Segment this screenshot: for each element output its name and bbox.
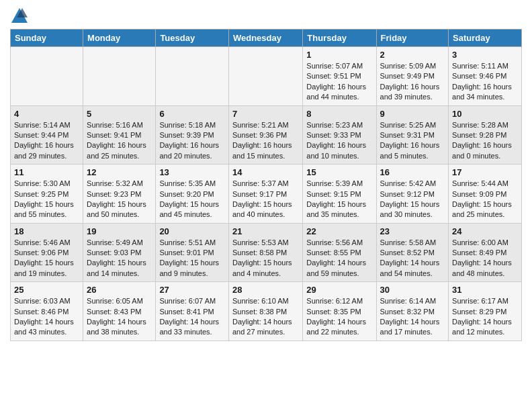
day-info: Sunrise: 5:30 AM Sunset: 9:25 PM Dayligh… xyxy=(14,179,79,220)
calendar-cell: 13Sunrise: 5:35 AM Sunset: 9:20 PM Dayli… xyxy=(156,165,229,224)
calendar-cell: 23Sunrise: 5:58 AM Sunset: 8:52 PM Dayli… xyxy=(376,223,449,282)
day-number: 4 xyxy=(14,109,79,119)
calendar-header-thursday: Thursday xyxy=(303,30,376,47)
calendar-cell: 12Sunrise: 5:32 AM Sunset: 9:23 PM Dayli… xyxy=(83,165,156,224)
day-number: 7 xyxy=(232,109,299,119)
day-info: Sunrise: 5:51 AM Sunset: 9:01 PM Dayligh… xyxy=(159,238,225,279)
calendar-week-2: 4Sunrise: 5:14 AM Sunset: 9:44 PM Daylig… xyxy=(11,105,522,165)
day-info: Sunrise: 6:12 AM Sunset: 8:35 PM Dayligh… xyxy=(306,296,372,338)
calendar-cell: 20Sunrise: 5:51 AM Sunset: 9:01 PM Dayli… xyxy=(156,223,229,282)
calendar-cell: 3Sunrise: 5:11 AM Sunset: 9:46 PM Daylig… xyxy=(449,47,522,106)
calendar-week-4: 18Sunrise: 5:46 AM Sunset: 9:06 PM Dayli… xyxy=(11,223,522,282)
calendar-cell: 10Sunrise: 5:28 AM Sunset: 9:28 PM Dayli… xyxy=(449,105,522,165)
calendar-cell: 17Sunrise: 5:44 AM Sunset: 9:09 PM Dayli… xyxy=(449,165,522,224)
day-number: 24 xyxy=(452,226,518,236)
day-info: Sunrise: 5:28 AM Sunset: 9:28 PM Dayligh… xyxy=(452,120,518,162)
day-info: Sunrise: 6:03 AM Sunset: 8:46 PM Dayligh… xyxy=(14,296,79,338)
day-info: Sunrise: 5:16 AM Sunset: 9:41 PM Dayligh… xyxy=(87,120,152,162)
calendar-cell xyxy=(83,47,156,106)
day-info: Sunrise: 5:53 AM Sunset: 8:58 PM Dayligh… xyxy=(232,238,299,279)
day-info: Sunrise: 5:44 AM Sunset: 9:09 PM Dayligh… xyxy=(452,179,518,220)
day-info: Sunrise: 5:25 AM Sunset: 9:31 PM Dayligh… xyxy=(380,120,445,162)
day-number: 11 xyxy=(14,167,79,177)
day-number: 9 xyxy=(380,109,445,119)
calendar-cell: 2Sunrise: 5:09 AM Sunset: 9:49 PM Daylig… xyxy=(376,47,449,106)
day-number: 6 xyxy=(159,109,225,119)
calendar-header-wednesday: Wednesday xyxy=(228,30,302,47)
day-number: 22 xyxy=(306,226,372,236)
calendar-cell: 31Sunrise: 6:17 AM Sunset: 8:29 PM Dayli… xyxy=(449,282,522,341)
calendar-week-5: 25Sunrise: 6:03 AM Sunset: 8:46 PM Dayli… xyxy=(11,282,522,341)
day-number: 27 xyxy=(159,285,225,295)
day-number: 15 xyxy=(306,167,372,177)
day-number: 21 xyxy=(232,226,299,236)
day-number: 16 xyxy=(380,167,445,177)
day-number: 3 xyxy=(452,50,518,60)
calendar-cell xyxy=(156,47,229,106)
logo xyxy=(10,7,32,26)
day-number: 5 xyxy=(87,109,152,119)
calendar-cell: 1Sunrise: 5:07 AM Sunset: 9:51 PM Daylig… xyxy=(303,47,376,106)
calendar-cell: 14Sunrise: 5:37 AM Sunset: 9:17 PM Dayli… xyxy=(228,165,302,224)
day-info: Sunrise: 6:10 AM Sunset: 8:38 PM Dayligh… xyxy=(232,296,299,338)
calendar-cell: 9Sunrise: 5:25 AM Sunset: 9:31 PM Daylig… xyxy=(376,105,449,165)
day-info: Sunrise: 5:39 AM Sunset: 9:15 PM Dayligh… xyxy=(306,179,372,220)
calendar-header-sunday: Sunday xyxy=(11,30,83,47)
calendar-cell: 25Sunrise: 6:03 AM Sunset: 8:46 PM Dayli… xyxy=(11,282,83,341)
day-number: 25 xyxy=(14,285,79,295)
calendar-header-monday: Monday xyxy=(83,30,156,47)
calendar-cell: 30Sunrise: 6:14 AM Sunset: 8:32 PM Dayli… xyxy=(376,282,449,341)
calendar-cell: 19Sunrise: 5:49 AM Sunset: 9:03 PM Dayli… xyxy=(83,223,156,282)
day-number: 23 xyxy=(380,226,445,236)
day-number: 10 xyxy=(452,109,518,119)
calendar-header-row: SundayMondayTuesdayWednesdayThursdayFrid… xyxy=(11,30,522,47)
calendar-cell xyxy=(11,47,83,106)
day-number: 30 xyxy=(380,285,445,295)
day-number: 28 xyxy=(232,285,299,295)
calendar-cell: 24Sunrise: 6:00 AM Sunset: 8:49 PM Dayli… xyxy=(449,223,522,282)
calendar-table: SundayMondayTuesdayWednesdayThursdayFrid… xyxy=(10,29,522,341)
calendar-week-3: 11Sunrise: 5:30 AM Sunset: 9:25 PM Dayli… xyxy=(11,165,522,224)
calendar-cell: 21Sunrise: 5:53 AM Sunset: 8:58 PM Dayli… xyxy=(228,223,302,282)
day-info: Sunrise: 5:56 AM Sunset: 8:55 PM Dayligh… xyxy=(306,238,372,279)
day-number: 8 xyxy=(306,109,372,119)
calendar-header-tuesday: Tuesday xyxy=(156,30,229,47)
day-info: Sunrise: 5:42 AM Sunset: 9:12 PM Dayligh… xyxy=(380,179,445,220)
calendar-cell: 28Sunrise: 6:10 AM Sunset: 8:38 PM Dayli… xyxy=(228,282,302,341)
day-number: 26 xyxy=(87,285,152,295)
calendar-cell: 11Sunrise: 5:30 AM Sunset: 9:25 PM Dayli… xyxy=(11,165,83,224)
day-number: 1 xyxy=(306,50,372,60)
day-number: 2 xyxy=(380,50,445,60)
day-number: 20 xyxy=(159,226,225,236)
day-info: Sunrise: 5:23 AM Sunset: 9:33 PM Dayligh… xyxy=(306,120,372,162)
day-info: Sunrise: 5:32 AM Sunset: 9:23 PM Dayligh… xyxy=(87,179,152,220)
day-info: Sunrise: 6:17 AM Sunset: 8:29 PM Dayligh… xyxy=(452,296,518,338)
calendar-cell: 7Sunrise: 5:21 AM Sunset: 9:36 PM Daylig… xyxy=(228,105,302,165)
day-info: Sunrise: 5:18 AM Sunset: 9:39 PM Dayligh… xyxy=(159,120,225,162)
day-number: 17 xyxy=(452,167,518,177)
day-info: Sunrise: 6:14 AM Sunset: 8:32 PM Dayligh… xyxy=(380,296,445,338)
calendar-cell: 4Sunrise: 5:14 AM Sunset: 9:44 PM Daylig… xyxy=(11,105,83,165)
day-info: Sunrise: 5:21 AM Sunset: 9:36 PM Dayligh… xyxy=(232,120,299,162)
calendar-cell: 22Sunrise: 5:56 AM Sunset: 8:55 PM Dayli… xyxy=(303,223,376,282)
header xyxy=(10,7,522,26)
day-number: 18 xyxy=(14,226,79,236)
day-number: 29 xyxy=(306,285,372,295)
page: SundayMondayTuesdayWednesdayThursdayFrid… xyxy=(0,0,532,348)
logo-icon xyxy=(10,7,29,26)
day-info: Sunrise: 5:09 AM Sunset: 9:49 PM Dayligh… xyxy=(380,61,445,103)
day-info: Sunrise: 6:07 AM Sunset: 8:41 PM Dayligh… xyxy=(159,296,225,338)
calendar-cell: 5Sunrise: 5:16 AM Sunset: 9:41 PM Daylig… xyxy=(83,105,156,165)
day-number: 31 xyxy=(452,285,518,295)
calendar-header-saturday: Saturday xyxy=(449,30,522,47)
day-info: Sunrise: 5:14 AM Sunset: 9:44 PM Dayligh… xyxy=(14,120,79,162)
day-info: Sunrise: 5:58 AM Sunset: 8:52 PM Dayligh… xyxy=(380,238,445,279)
day-info: Sunrise: 5:07 AM Sunset: 9:51 PM Dayligh… xyxy=(306,61,372,103)
day-info: Sunrise: 6:00 AM Sunset: 8:49 PM Dayligh… xyxy=(452,238,518,279)
calendar-cell xyxy=(228,47,302,106)
day-info: Sunrise: 6:05 AM Sunset: 8:43 PM Dayligh… xyxy=(87,296,152,338)
day-info: Sunrise: 5:49 AM Sunset: 9:03 PM Dayligh… xyxy=(87,238,152,279)
day-number: 13 xyxy=(159,167,225,177)
day-info: Sunrise: 5:11 AM Sunset: 9:46 PM Dayligh… xyxy=(452,61,518,103)
calendar-cell: 6Sunrise: 5:18 AM Sunset: 9:39 PM Daylig… xyxy=(156,105,229,165)
